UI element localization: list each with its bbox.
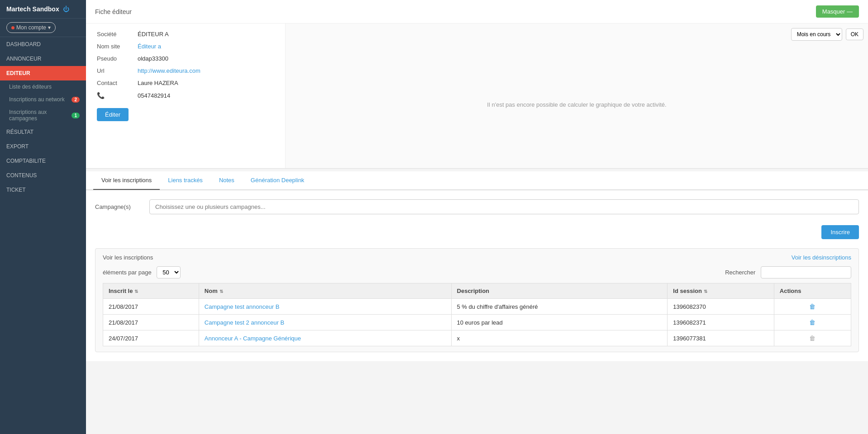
edit-button[interactable]: Éditer	[97, 108, 129, 121]
tabs-nav: Voir les inscriptionsLiens trackésNotesG…	[86, 171, 868, 190]
table-row: 21/08/2017Campagne test 2 annonceur B10 …	[103, 315, 851, 330]
cell-id-session: 1396082370	[668, 299, 774, 315]
table-section: Voir les inscriptions Voir les désinscri…	[95, 248, 859, 352]
campagnes-label: Campagne(s)	[95, 203, 149, 210]
pseudo-value: oldap33300	[138, 55, 168, 62]
tab-notes[interactable]: Notes	[211, 171, 243, 190]
phone-icon: 📞	[97, 92, 138, 99]
campagnes-row: Campagne(s)	[95, 199, 859, 214]
tab-generation-deeplink[interactable]: Génération Deeplink	[243, 171, 313, 190]
search-input[interactable]	[761, 266, 851, 278]
cell-description: 5 % du chiffre d'affaires généré	[451, 299, 668, 315]
ok-button[interactable]: OK	[846, 28, 863, 40]
account-button[interactable]: Mon compte ▾	[6, 22, 56, 33]
nav-sub-item-label: Liste des éditeurs	[9, 84, 52, 90]
societe-value: ÉDITEUR A	[138, 31, 169, 38]
col-header-description: Description	[451, 283, 668, 299]
per-page-select[interactable]: 50	[157, 266, 181, 278]
nav-sub-item-label: Inscriptions aux campagnes	[9, 109, 72, 122]
table-section-title: Voir les inscriptions	[103, 254, 153, 261]
nav-badge: 2	[72, 97, 80, 103]
nom-site-label: Nom site	[97, 43, 138, 50]
account-label: Mon compte	[16, 24, 46, 31]
field-societe: Société ÉDITEUR A	[97, 31, 274, 38]
search-controls: Rechercher	[725, 266, 851, 278]
sidebar-item-export[interactable]: EXPORT	[0, 139, 86, 154]
sort-icon: ⇅	[134, 289, 138, 294]
fiche-card: Fiche éditeur Masquer — Société ÉDITEUR …	[86, 0, 868, 169]
sidebar-item-editeur[interactable]: EDITEUR	[0, 66, 86, 80]
campagnes-input[interactable]	[149, 199, 859, 214]
phone-value: 0547482914	[138, 92, 170, 99]
sidebar-item-inscriptions-campagnes[interactable]: Inscriptions aux campagnes1	[0, 106, 86, 125]
col-header-nom[interactable]: Nom⇅	[199, 283, 451, 299]
contact-label: Contact	[97, 80, 138, 86]
col-header-inscrit_le[interactable]: Inscrit le⇅	[103, 283, 199, 299]
tab-voir-inscriptions[interactable]: Voir les inscriptions	[93, 171, 160, 190]
contact-value: Laure HAZERA	[138, 80, 178, 86]
nav-item-label: EDITEUR	[6, 70, 30, 76]
cell-description: 10 euros par lead	[451, 315, 668, 330]
search-label: Rechercher	[725, 269, 755, 276]
table-header: Inscrit le⇅Nom⇅DescriptionId session⇅Act…	[103, 283, 851, 299]
account-dot	[11, 26, 14, 29]
tabs-section: Voir les inscriptionsLiens trackésNotesG…	[86, 171, 868, 190]
per-page-label: éléments par page	[103, 269, 152, 276]
card-header: Fiche éditeur Masquer —	[86, 0, 868, 24]
nav-item-label: TICKET	[6, 187, 26, 193]
app-title: Martech Sandbox	[6, 5, 59, 13]
nav-item-label: COMPTABILITE	[6, 158, 46, 164]
sidebar-item-comptabilite[interactable]: COMPTABILITE	[0, 154, 86, 168]
sidebar-item-annonceur[interactable]: ANNONCEUR	[0, 52, 86, 66]
delete-icon[interactable]: 🗑	[809, 303, 816, 310]
sidebar-item-inscriptions-network[interactable]: Inscriptions au network2	[0, 93, 86, 106]
url-value[interactable]: http://www.editeura.com	[138, 67, 200, 74]
chart-controls: Mois en cours OK	[791, 28, 863, 41]
field-pseudo: Pseudo oldap33300	[97, 55, 274, 62]
cell-description: x	[451, 330, 668, 346]
delete-icon[interactable]: 🗑	[809, 319, 816, 326]
period-select[interactable]: Mois en cours	[791, 28, 842, 41]
masquer-button[interactable]: Masquer —	[816, 5, 859, 18]
table-body: 21/08/2017Campagne test annonceur B5 % d…	[103, 299, 851, 346]
nav-item-label: RÉSULTAT	[6, 129, 33, 135]
cell-nom[interactable]: Campagne test 2 annonceur B	[199, 315, 451, 330]
nav-item-label: DASHBOARD	[6, 41, 41, 47]
sidebar-item-ticket[interactable]: TICKET	[0, 183, 86, 197]
fiche-right-panel: Mois en cours OK Il n'est pas encore pos…	[285, 24, 868, 168]
pseudo-label: Pseudo	[97, 55, 138, 62]
fiche-title: Fiche éditeur	[95, 8, 132, 15]
sidebar-item-contenus[interactable]: CONTENUS	[0, 168, 86, 183]
inscriptions-table: Inscrit le⇅Nom⇅DescriptionId session⇅Act…	[103, 283, 851, 346]
voir-desinscriptions-link[interactable]: Voir les désinscriptions	[792, 254, 851, 261]
table-row: 24/07/2017Annonceur A - Campagne Génériq…	[103, 330, 851, 346]
field-contact: Contact Laure HAZERA	[97, 80, 274, 86]
fiche-left-panel: Société ÉDITEUR A Nom site Éditeur a Pse…	[86, 24, 285, 168]
sort-icon: ⇅	[219, 289, 223, 294]
inscrire-button[interactable]: Inscrire	[821, 225, 859, 239]
sort-icon: ⇅	[704, 289, 707, 294]
cell-inscrit-le: 21/08/2017	[103, 315, 199, 330]
sidebar-item-resultat[interactable]: RÉSULTAT	[0, 125, 86, 139]
nav-item-label: CONTENUS	[6, 172, 37, 179]
cell-inscrit-le: 21/08/2017	[103, 299, 199, 315]
tab-liens-trackes[interactable]: Liens trackés	[160, 171, 211, 190]
nav-item-label: EXPORT	[6, 143, 29, 150]
sidebar-item-dashboard[interactable]: DASHBOARD	[0, 37, 86, 52]
cell-nom[interactable]: Annonceur A - Campagne Générique	[199, 330, 451, 346]
field-url: Url http://www.editeura.com	[97, 67, 274, 74]
cell-inscrit-le: 24/07/2017	[103, 330, 199, 346]
nav-sub-item-label: Inscriptions au network	[9, 96, 65, 103]
cell-id-session: 1396082371	[668, 315, 774, 330]
field-phone: 📞 0547482914	[97, 92, 274, 99]
delete-icon: 🗑	[809, 335, 816, 342]
power-icon[interactable]: ⏻	[63, 5, 69, 13]
sidebar-item-liste-editeurs[interactable]: Liste des éditeurs	[0, 80, 86, 93]
fiche-body: Société ÉDITEUR A Nom site Éditeur a Pse…	[86, 24, 868, 168]
col-header-id_session[interactable]: Id session⇅	[668, 283, 774, 299]
cell-nom[interactable]: Campagne test annonceur B	[199, 299, 451, 315]
nom-site-value[interactable]: Éditeur a	[138, 43, 161, 50]
inscriptions-body: Campagne(s) Inscrire Voir les inscriptio…	[86, 190, 868, 361]
col-header-actions: Actions	[774, 283, 851, 299]
cell-actions: 🗑	[774, 315, 851, 330]
